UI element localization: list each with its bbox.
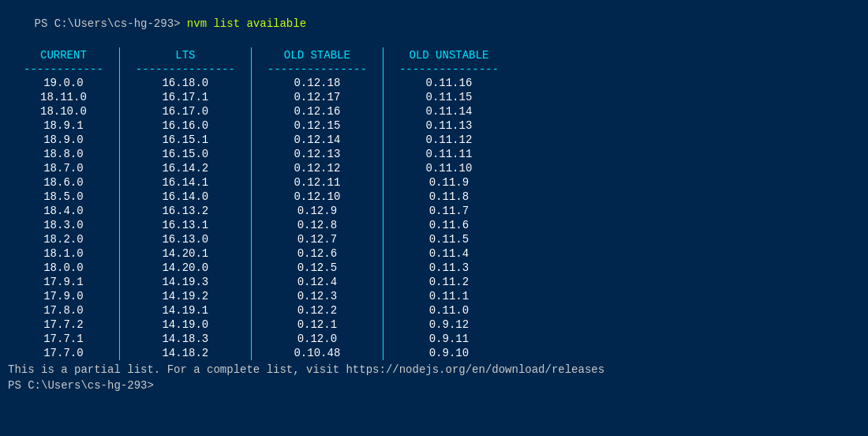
cell-1-0: 18.11.0 bbox=[8, 90, 119, 104]
sep-0: ------------ bbox=[8, 63, 119, 76]
sep-1: --------------- bbox=[119, 63, 251, 76]
cell-7-2: 0.12.11 bbox=[251, 175, 383, 190]
cell-4-0: 18.9.0 bbox=[8, 133, 119, 147]
cell-14-3: 0.11.2 bbox=[383, 275, 514, 289]
cell-18-3: 0.9.11 bbox=[383, 332, 514, 346]
footer-line: This is a partial list. For a complete l… bbox=[8, 363, 860, 376]
cell-1-3: 0.11.15 bbox=[383, 90, 514, 104]
cell-12-2: 0.12.6 bbox=[251, 246, 383, 261]
cell-8-3: 0.11.8 bbox=[383, 190, 514, 204]
cell-0-3: 0.11.16 bbox=[383, 76, 514, 90]
cell-8-2: 0.12.10 bbox=[251, 190, 383, 204]
cell-11-0: 18.2.0 bbox=[8, 232, 119, 246]
cell-7-3: 0.11.9 bbox=[383, 175, 514, 190]
cell-7-1: 16.14.1 bbox=[119, 175, 251, 190]
col-header-old-stable: OLD STABLE bbox=[251, 47, 383, 63]
table-row: 17.8.014.19.10.12.20.11.0 bbox=[8, 303, 514, 318]
cell-12-0: 18.1.0 bbox=[8, 246, 119, 261]
cell-14-2: 0.12.4 bbox=[251, 275, 383, 289]
table-row: 18.8.016.15.00.12.130.11.11 bbox=[8, 147, 514, 161]
cell-16-2: 0.12.2 bbox=[251, 303, 383, 318]
cell-4-3: 0.11.12 bbox=[383, 133, 514, 147]
cell-5-3: 0.11.11 bbox=[383, 147, 514, 161]
cell-15-2: 0.12.3 bbox=[251, 289, 383, 303]
prompt-text: PS C:\Users\cs-hg-293> bbox=[35, 17, 187, 30]
sep-3: --------------- bbox=[383, 63, 514, 76]
col-header-old-unstable: OLD UNSTABLE bbox=[383, 47, 514, 63]
cell-12-1: 14.20.1 bbox=[119, 246, 251, 261]
cell-2-0: 18.10.0 bbox=[8, 104, 119, 118]
cell-13-0: 18.0.0 bbox=[8, 261, 119, 275]
terminal-window: PS C:\Users\cs-hg-293> nvm list availabl… bbox=[0, 0, 868, 436]
cell-0-0: 19.0.0 bbox=[8, 76, 119, 90]
cell-17-0: 17.7.2 bbox=[8, 318, 119, 332]
cell-19-2: 0.10.48 bbox=[251, 346, 383, 360]
table-row: 18.5.016.14.00.12.100.11.8 bbox=[8, 190, 514, 204]
footer-prompt: PS C:\Users\cs-hg-293> bbox=[8, 379, 860, 392]
table-row: 18.10.016.17.00.12.160.11.14 bbox=[8, 104, 514, 118]
cell-9-3: 0.11.7 bbox=[383, 204, 514, 218]
table-row: 17.7.114.18.30.12.00.9.11 bbox=[8, 332, 514, 346]
table-row: 17.9.014.19.20.12.30.11.1 bbox=[8, 289, 514, 303]
cell-16-3: 0.11.0 bbox=[383, 303, 514, 318]
cell-5-2: 0.12.13 bbox=[251, 147, 383, 161]
cell-3-1: 16.16.0 bbox=[119, 118, 251, 133]
table-header-row: CURRENT LTS OLD STABLE OLD UNSTABLE bbox=[8, 47, 514, 63]
cell-13-2: 0.12.5 bbox=[251, 261, 383, 275]
cell-15-3: 0.11.1 bbox=[383, 289, 514, 303]
table-row: 18.0.014.20.00.12.50.11.3 bbox=[8, 261, 514, 275]
cell-9-0: 18.4.0 bbox=[8, 204, 119, 218]
table-row: 18.3.016.13.10.12.80.11.6 bbox=[8, 218, 514, 232]
cell-2-3: 0.11.14 bbox=[383, 104, 514, 118]
cell-15-0: 17.9.0 bbox=[8, 289, 119, 303]
cell-18-2: 0.12.0 bbox=[251, 332, 383, 346]
cell-19-1: 14.18.2 bbox=[119, 346, 251, 360]
col-header-current: CURRENT bbox=[8, 47, 119, 63]
table-row: 18.11.016.17.10.12.170.11.15 bbox=[8, 90, 514, 104]
cell-15-1: 14.19.2 bbox=[119, 289, 251, 303]
cell-11-2: 0.12.7 bbox=[251, 232, 383, 246]
table-row: 18.4.016.13.20.12.90.11.7 bbox=[8, 204, 514, 218]
cell-19-3: 0.9.10 bbox=[383, 346, 514, 360]
cell-3-0: 18.9.1 bbox=[8, 118, 119, 133]
cell-13-1: 14.20.0 bbox=[119, 261, 251, 275]
cell-12-3: 0.11.4 bbox=[383, 246, 514, 261]
cell-10-0: 18.3.0 bbox=[8, 218, 119, 232]
cell-9-1: 16.13.2 bbox=[119, 204, 251, 218]
cell-5-1: 16.15.0 bbox=[119, 147, 251, 161]
cell-10-1: 16.13.1 bbox=[119, 218, 251, 232]
cell-17-3: 0.9.12 bbox=[383, 318, 514, 332]
command-text: nvm list available bbox=[187, 17, 306, 30]
cell-6-1: 16.14.2 bbox=[119, 161, 251, 175]
separator-row: ------------ --------------- -----------… bbox=[8, 63, 514, 76]
cell-3-2: 0.12.15 bbox=[251, 118, 383, 133]
cell-1-1: 16.17.1 bbox=[119, 90, 251, 104]
cell-16-0: 17.8.0 bbox=[8, 303, 119, 318]
table-row: 18.9.016.15.10.12.140.11.12 bbox=[8, 133, 514, 147]
cell-10-3: 0.11.6 bbox=[383, 218, 514, 232]
cell-4-1: 16.15.1 bbox=[119, 133, 251, 147]
cell-3-3: 0.11.13 bbox=[383, 118, 514, 133]
cell-4-2: 0.12.14 bbox=[251, 133, 383, 147]
cell-2-1: 16.17.0 bbox=[119, 104, 251, 118]
cell-5-0: 18.8.0 bbox=[8, 147, 119, 161]
table-row: 18.2.016.13.00.12.70.11.5 bbox=[8, 232, 514, 246]
table-row: 18.1.014.20.10.12.60.11.4 bbox=[8, 246, 514, 261]
cell-19-0: 17.7.0 bbox=[8, 346, 119, 360]
cell-11-3: 0.11.5 bbox=[383, 232, 514, 246]
prompt-line: PS C:\Users\cs-hg-293> nvm list availabl… bbox=[8, 5, 860, 43]
cell-14-0: 17.9.1 bbox=[8, 275, 119, 289]
cell-8-0: 18.5.0 bbox=[8, 190, 119, 204]
nvm-table: CURRENT LTS OLD STABLE OLD UNSTABLE ----… bbox=[8, 47, 514, 360]
cell-8-1: 16.14.0 bbox=[119, 190, 251, 204]
cell-11-1: 16.13.0 bbox=[119, 232, 251, 246]
cell-0-1: 16.18.0 bbox=[119, 76, 251, 90]
cell-10-2: 0.12.8 bbox=[251, 218, 383, 232]
cell-16-1: 14.19.1 bbox=[119, 303, 251, 318]
cell-17-2: 0.12.1 bbox=[251, 318, 383, 332]
cell-18-0: 17.7.1 bbox=[8, 332, 119, 346]
cell-6-2: 0.12.12 bbox=[251, 161, 383, 175]
cell-9-2: 0.12.9 bbox=[251, 204, 383, 218]
table-row: 17.7.014.18.20.10.480.9.10 bbox=[8, 346, 514, 360]
table-row: 17.9.114.19.30.12.40.11.2 bbox=[8, 275, 514, 289]
